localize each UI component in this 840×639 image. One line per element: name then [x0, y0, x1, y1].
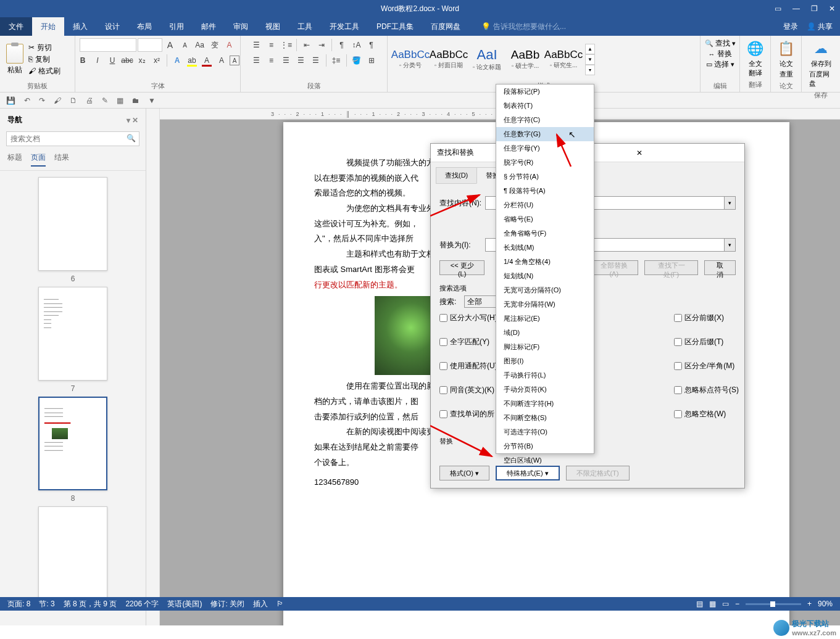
- popup-item[interactable]: 任意字符(C): [496, 113, 594, 127]
- popup-item[interactable]: 尾注标记(E): [496, 311, 594, 326]
- status-insert[interactable]: 插入: [253, 599, 268, 609]
- qat-new-icon[interactable]: 🗋: [70, 96, 77, 105]
- qat-table-icon[interactable]: ▦: [117, 96, 123, 105]
- tab-developer[interactable]: 开发工具: [321, 17, 368, 36]
- increase-font-icon[interactable]: A: [164, 38, 177, 52]
- popup-item[interactable]: 长划线(M): [496, 241, 594, 255]
- nav-dropdown-icon[interactable]: ▾ ✕: [127, 116, 138, 125]
- find-button[interactable]: 🔍 查找 ▾: [705, 38, 736, 49]
- tab-review[interactable]: 审阅: [225, 17, 257, 36]
- undo-icon[interactable]: ↶: [24, 96, 30, 105]
- paste-button[interactable]: 粘贴: [4, 43, 26, 76]
- opt-fullhalf[interactable]: 区分全/半角(M): [674, 361, 797, 371]
- decrease-indent-icon[interactable]: ⇤: [300, 38, 314, 52]
- zoom-out-icon[interactable]: −: [735, 600, 739, 608]
- popup-item[interactable]: 空白区域(W): [496, 453, 594, 468]
- select-button[interactable]: ▭ 选择 ▾: [706, 59, 734, 70]
- share-button[interactable]: 👤 共享: [807, 22, 833, 32]
- zoom-slider[interactable]: [746, 603, 801, 605]
- char-shading-icon[interactable]: A: [215, 54, 228, 67]
- page-thumb[interactable]: ━━━━━━━━━━━━━━━━━━━━━━━━━━━━━━━━━━━━━━━━…: [38, 287, 107, 381]
- decrease-font-icon[interactable]: A: [178, 38, 192, 52]
- popup-item[interactable]: 无宽可选分隔符(O): [496, 283, 594, 297]
- status-pages[interactable]: 第 8 页，共 9 页: [64, 599, 117, 609]
- change-case-icon[interactable]: Aa: [193, 38, 207, 52]
- style-scroll-down[interactable]: ▼: [585, 54, 595, 65]
- popup-item[interactable]: ¶ 段落符号(A): [496, 184, 594, 198]
- popup-item[interactable]: 可选连字符(O): [496, 425, 594, 439]
- restore-icon[interactable]: ❐: [811, 4, 818, 13]
- popup-item[interactable]: 制表符(T): [496, 99, 594, 113]
- popup-item[interactable]: § 分节符(A): [496, 170, 594, 184]
- style-gallery[interactable]: AaBbCc◦ 分类号 AaBbCc◦ 封面日期 AaI◦ 论文标题 AaBb◦…: [391, 43, 583, 75]
- char-border-icon[interactable]: A: [230, 56, 239, 65]
- sort-icon[interactable]: ↕A: [350, 38, 364, 52]
- tab-view[interactable]: 视图: [257, 17, 289, 36]
- search-icon[interactable]: 🔍: [127, 134, 136, 142]
- status-track[interactable]: 修订: 关闭: [210, 599, 244, 609]
- numbering-icon[interactable]: ≡: [265, 38, 278, 52]
- find-history-dropdown[interactable]: ▾: [725, 196, 736, 210]
- text-effects-icon[interactable]: A: [170, 54, 184, 67]
- format-painter-button[interactable]: 🖌 格式刷: [28, 66, 60, 76]
- popup-item[interactable]: 无宽非分隔符(W): [496, 297, 594, 311]
- justify-icon[interactable]: ☰: [294, 54, 308, 67]
- status-extra-icon[interactable]: 🏳: [277, 600, 284, 608]
- popup-item[interactable]: 手动分页符(K): [496, 382, 594, 397]
- view-print-icon[interactable]: ▦: [709, 600, 716, 608]
- popup-item[interactable]: 分节符(B): [496, 439, 594, 453]
- tab-insert[interactable]: 插入: [64, 17, 96, 36]
- tab-home[interactable]: 开始: [32, 17, 64, 36]
- popup-item[interactable]: 1/4 全角空格(4): [496, 255, 594, 269]
- opt-prefix[interactable]: 区分前缀(X): [674, 313, 797, 323]
- tab-file[interactable]: 文件: [0, 17, 32, 36]
- find-next-button[interactable]: 查找下一处(F): [644, 260, 698, 275]
- highlight-icon[interactable]: ab: [185, 54, 199, 67]
- popup-item[interactable]: 脱字号(R): [496, 155, 594, 170]
- dialog-close-icon[interactable]: ✕: [631, 149, 738, 157]
- translate-button[interactable]: 🌐 全文 翻译: [744, 38, 767, 79]
- style-scroll-up[interactable]: ▲: [585, 44, 595, 54]
- page-thumb[interactable]: [38, 177, 107, 271]
- opt-ignore-punct[interactable]: 忽略标点符号(S): [674, 385, 797, 395]
- ltr-icon[interactable]: ¶: [335, 38, 349, 52]
- popup-item[interactable]: 脚注标记(F): [496, 340, 594, 354]
- no-format-button[interactable]: 不限定格式(T): [566, 466, 630, 480]
- page-thumb-selected[interactable]: ━━━━━━━━━━━━━━━━━━━━━━━━━━━━━━━━━━━━━━━━…: [38, 397, 107, 490]
- tab-layout[interactable]: 布局: [128, 17, 160, 36]
- style-expand[interactable]: ▾: [585, 65, 595, 75]
- font-name-select[interactable]: [80, 38, 136, 52]
- increase-indent-icon[interactable]: ⇥: [315, 38, 328, 52]
- popup-item[interactable]: 不间断连字符(H): [496, 397, 594, 411]
- qat-folder-icon[interactable]: 🖿: [132, 96, 139, 105]
- save-to-baidu-button[interactable]: ☁ 保存到 百度网盘: [805, 38, 836, 89]
- popup-item[interactable]: 任意字母(Y): [496, 141, 594, 155]
- nav-search-input[interactable]: [6, 131, 139, 146]
- show-marks-icon[interactable]: ¶: [365, 38, 378, 52]
- save-icon[interactable]: 💾: [6, 96, 15, 105]
- line-spacing-icon[interactable]: ‡≡: [330, 54, 343, 67]
- redo-icon[interactable]: ↷: [39, 96, 45, 105]
- bold-icon[interactable]: B: [76, 54, 89, 67]
- tab-baidu[interactable]: 百度网盘: [422, 17, 469, 36]
- font-color-icon[interactable]: A: [200, 54, 214, 67]
- tab-tools[interactable]: 工具: [289, 17, 321, 36]
- qat-customize-icon[interactable]: ▼: [148, 96, 156, 105]
- close-icon[interactable]: ✕: [829, 4, 835, 13]
- nav-tab-headings[interactable]: 标题: [7, 152, 22, 167]
- bullets-icon[interactable]: ☰: [250, 38, 264, 52]
- popup-item[interactable]: 段落标记(P): [496, 85, 594, 99]
- popup-item[interactable]: 图形(I): [496, 354, 594, 368]
- zoom-in-icon[interactable]: +: [807, 600, 812, 608]
- replace-button[interactable]: ↔ 替换: [709, 49, 732, 59]
- format-button[interactable]: 格式(O) ▾: [439, 466, 489, 480]
- tell-me[interactable]: 💡 告诉我您想要做什么...: [481, 22, 566, 32]
- subscript-icon[interactable]: x₂: [135, 54, 149, 67]
- qat-brush-icon[interactable]: 🖌: [54, 96, 61, 105]
- copy-button[interactable]: ⎘ 复制: [28, 54, 60, 65]
- popup-item[interactable]: 全角省略号(F): [496, 226, 594, 241]
- tab-pdf[interactable]: PDF工具集: [368, 17, 422, 36]
- thesis-check-button[interactable]: 📋 论文 查重: [775, 38, 797, 80]
- tab-design[interactable]: 设计: [96, 17, 128, 36]
- clear-format-icon[interactable]: A: [223, 38, 236, 52]
